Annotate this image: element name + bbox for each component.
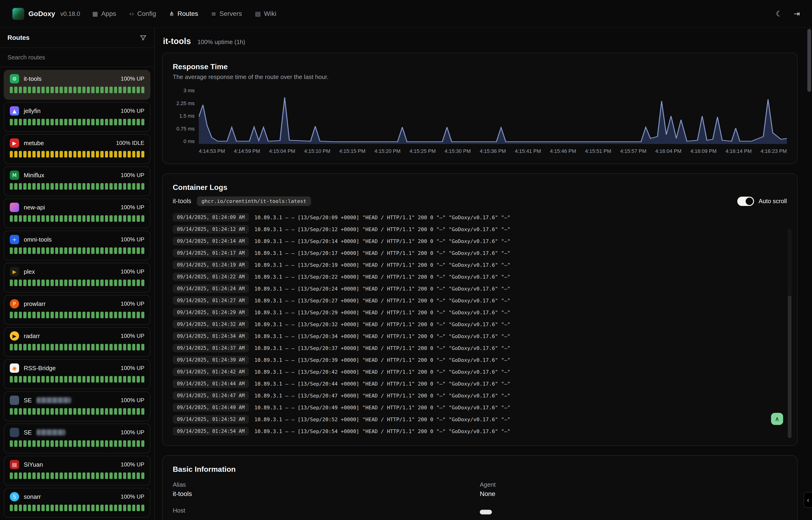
route-status-badge: 100% UP <box>121 301 144 307</box>
uptime-bar <box>100 344 103 350</box>
uptime-bar <box>118 408 121 415</box>
uptime-bar <box>41 312 45 318</box>
route-item-se-11[interactable]: SE 100% UP <box>4 423 150 453</box>
route-item-sonarr-13[interactable]: S sonarr 100% UP <box>4 488 150 518</box>
log-scrollbar-thumb[interactable] <box>788 296 791 438</box>
route-item-prowlarr-7[interactable]: P prowlarr 100% UP <box>4 295 150 325</box>
log-list[interactable]: 09/14/2025, 01:24:09 AM 10.89.3.1 – – [1… <box>173 212 787 436</box>
chart-plot <box>199 88 787 144</box>
nav-item-icon: ▦ <box>92 10 98 17</box>
uptime-bar <box>141 440 144 447</box>
uptime-bar <box>60 376 63 383</box>
route-item-miniflux-3[interactable]: M Miniflux 100% UP <box>4 166 150 196</box>
uptime-bar <box>32 344 35 350</box>
route-item-new-api-4[interactable]: new-api 100% UP <box>4 199 150 228</box>
page-title: it-tools <box>163 36 191 46</box>
uptime-bar <box>91 472 94 479</box>
uptime-bar <box>14 151 17 157</box>
route-item-it-tools-0[interactable]: ⚙ it-tools 100% UP <box>4 70 150 100</box>
uptime-bar <box>87 87 90 93</box>
uptime-bar <box>141 280 144 286</box>
page-scrollbar[interactable] <box>807 29 811 518</box>
uptime-bar <box>69 151 72 157</box>
uptime-bar <box>109 376 112 383</box>
uptime-bar <box>96 119 99 125</box>
uptime-bar <box>23 440 26 447</box>
uptime-bars <box>10 504 144 511</box>
log-row: 09/14/2025, 01:24:37 AM 10.89.3.1 – – [1… <box>173 343 787 353</box>
uptime-bar <box>118 472 121 479</box>
route-item-omni-tools-5[interactable]: + omni-tools 100% UP <box>4 231 150 260</box>
uptime-bar <box>105 87 108 93</box>
nav-item-config[interactable]: ‹› Config <box>129 10 156 18</box>
uptime-bar <box>46 344 49 350</box>
search-routes-input[interactable] <box>7 54 147 61</box>
uptime-bar <box>141 183 144 190</box>
page-scrollbar-thumb[interactable] <box>807 29 811 92</box>
route-item-se-10[interactable]: SE 100% UP <box>4 391 150 421</box>
uptime-bar <box>41 376 45 383</box>
uptime-bar <box>96 312 99 318</box>
uptime-bar <box>105 376 108 383</box>
uptime-bar <box>114 248 117 254</box>
uptime-bar <box>46 408 49 415</box>
routes-list[interactable]: ⚙ it-tools 100% UP ▲ jellyfin 100% UP ▶ … <box>0 67 154 520</box>
nav-item-routes[interactable]: ⋔ Routes <box>169 10 198 18</box>
uptime-bar <box>96 472 99 479</box>
route-item-radarr-8[interactable]: ▶ radarr 100% UP <box>4 327 150 357</box>
uptime-bar <box>19 87 22 93</box>
uptime-bar <box>28 248 31 254</box>
route-name: SiYuan <box>24 461 43 468</box>
uptime-bar <box>96 440 99 447</box>
uptime-bar <box>132 248 135 254</box>
route-item-siyuan-12[interactable]: ▤ SiYuan 100% UP <box>4 456 150 486</box>
uptime-bar <box>109 151 112 157</box>
uptime-bar <box>69 312 72 318</box>
uptime-bar <box>123 376 126 383</box>
collapse-panel-tab[interactable]: ‹ <box>804 492 812 508</box>
uptime-bar <box>28 440 31 447</box>
uptime-bar <box>37 183 40 190</box>
uptime-bar <box>46 504 49 511</box>
route-item-plex-6[interactable]: ▶ plex 100% UP <box>4 263 150 293</box>
route-top: new-api 100% UP <box>10 203 144 212</box>
route-app-icon: ▤ <box>10 460 19 469</box>
logout-icon[interactable]: ⇥ <box>793 9 800 18</box>
route-app-icon: ▶ <box>10 267 19 276</box>
log-row: 09/14/2025, 01:24:14 AM 10.89.3.1 – – [1… <box>173 236 787 246</box>
route-item-rss-bridge-9[interactable]: ◉ RSS-Bridge 100% UP <box>4 359 150 389</box>
uptime-bar <box>28 408 31 415</box>
scroll-to-top-button[interactable]: ∧ <box>771 413 783 425</box>
route-item-metube-2[interactable]: ▶ metube 100% IDLE <box>4 134 150 164</box>
log-timestamp: 09/14/2025, 01:24:54 AM <box>173 427 249 436</box>
theme-toggle-moon-icon[interactable]: ☾ <box>776 9 783 18</box>
route-item-jellyfin-1[interactable]: ▲ jellyfin 100% UP <box>4 102 150 132</box>
uptime-bar <box>109 248 112 254</box>
uptime-bar <box>69 248 72 254</box>
uptime-bar <box>64 344 67 350</box>
nav-item-wiki[interactable]: ▤ Wiki <box>255 10 276 18</box>
uptime-bar <box>23 312 26 318</box>
uptime-bar <box>19 408 22 415</box>
uptime-bar <box>109 472 112 479</box>
autoscroll-toggle[interactable] <box>737 197 754 206</box>
nav-item-apps[interactable]: ▦ Apps <box>92 10 116 18</box>
route-name: radarr <box>24 333 40 340</box>
uptime-bar <box>69 472 72 479</box>
route-app-icon: ⚙ <box>10 74 19 83</box>
log-timestamp: 09/14/2025, 01:24:09 AM <box>173 213 249 222</box>
brand[interactable]: GoDoxy v0.18.0 <box>12 8 80 20</box>
uptime-bar <box>141 119 144 125</box>
route-top: ▲ jellyfin 100% UP <box>10 106 144 115</box>
uptime-bar <box>60 119 63 125</box>
log-scrollbar[interactable] <box>788 229 791 438</box>
uptime-bar <box>10 408 13 415</box>
nav-item-label: Apps <box>101 10 116 18</box>
route-name: sonarr <box>24 493 41 500</box>
uptime-bar <box>14 312 17 318</box>
host-value-pill <box>480 510 492 514</box>
filter-icon[interactable] <box>140 34 147 41</box>
nav-item-servers[interactable]: ≡ Servers <box>211 10 242 18</box>
uptime-bar <box>128 151 131 157</box>
uptime-bar <box>141 215 144 222</box>
